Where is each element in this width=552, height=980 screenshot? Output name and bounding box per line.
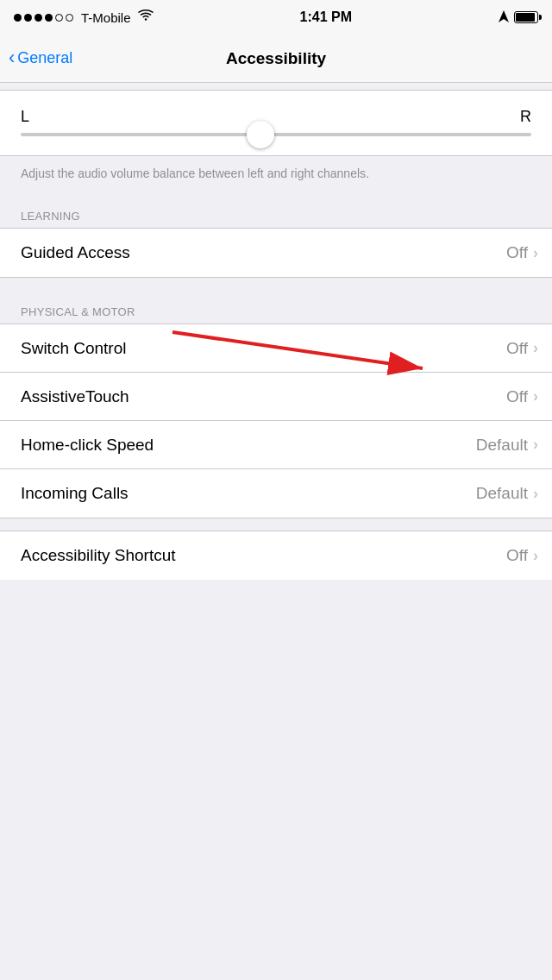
accessibility-shortcut-right: Off › bbox=[506, 546, 538, 565]
status-bar: T-Mobile 1:41 PM bbox=[0, 0, 552, 35]
list-item[interactable]: Home-click Speed Default › bbox=[0, 421, 552, 469]
balance-slider-track[interactable] bbox=[21, 133, 531, 136]
home-click-speed-label: Home-click Speed bbox=[21, 436, 154, 455]
bottom-area bbox=[0, 580, 552, 683]
chevron-right-icon: › bbox=[533, 547, 538, 565]
list-item[interactable]: Guided Access Off › bbox=[0, 229, 552, 277]
switch-control-label: Switch Control bbox=[21, 339, 127, 358]
svg-marker-0 bbox=[499, 10, 509, 22]
chevron-right-icon: › bbox=[533, 244, 538, 262]
home-click-speed-right: Default › bbox=[476, 436, 538, 455]
accessibility-shortcut-value: Off bbox=[506, 546, 528, 565]
chevron-right-icon: › bbox=[533, 387, 538, 405]
switch-control-value: Off bbox=[506, 339, 528, 358]
signal-strength bbox=[14, 14, 73, 22]
chevron-right-icon: › bbox=[533, 436, 538, 454]
wifi-icon bbox=[138, 9, 154, 25]
balance-slider-thumb[interactable] bbox=[247, 121, 274, 148]
list-item[interactable]: AssistiveTouch Off › bbox=[0, 373, 552, 421]
chevron-right-icon: › bbox=[533, 485, 538, 503]
back-button[interactable]: ‹ General bbox=[9, 47, 72, 69]
chevron-right-icon: › bbox=[533, 339, 538, 357]
content-area: L R Adjust the audio volume balance betw… bbox=[0, 83, 552, 683]
description-section: Adjust the audio volume balance between … bbox=[0, 156, 552, 194]
incoming-calls-right: Default › bbox=[476, 484, 538, 503]
home-click-speed-value: Default bbox=[476, 436, 528, 455]
signal-dot-4 bbox=[45, 14, 53, 22]
balance-section: L R bbox=[0, 90, 552, 156]
right-channel-label: R bbox=[520, 108, 531, 126]
section-gap-2 bbox=[0, 518, 552, 531]
status-left: T-Mobile bbox=[14, 9, 154, 25]
section-gap-1 bbox=[0, 278, 552, 290]
signal-dot-1 bbox=[14, 14, 22, 22]
signal-dot-3 bbox=[34, 14, 42, 22]
guided-access-label: Guided Access bbox=[21, 243, 130, 262]
navigation-bar: ‹ General Accessibility bbox=[0, 35, 552, 83]
assistive-touch-right: Off › bbox=[506, 387, 538, 406]
signal-dot-2 bbox=[24, 14, 32, 22]
assistive-touch-value: Off bbox=[506, 387, 528, 406]
incoming-calls-label: Incoming Calls bbox=[21, 484, 129, 503]
guided-access-value: Off bbox=[506, 243, 528, 262]
status-time: 1:41 PM bbox=[300, 9, 352, 25]
location-icon bbox=[499, 10, 509, 25]
back-chevron-icon: ‹ bbox=[9, 47, 15, 69]
page-title: Accessibility bbox=[226, 49, 326, 68]
guided-access-right: Off › bbox=[506, 243, 538, 262]
carrier-name: T-Mobile bbox=[81, 10, 131, 25]
accessibility-shortcut-label: Accessibility Shortcut bbox=[21, 546, 176, 565]
signal-dot-5 bbox=[55, 14, 63, 22]
arrow-overlay: Switch Control Off › AssistiveTouch Off … bbox=[0, 324, 552, 518]
back-button-label: General bbox=[17, 49, 72, 67]
battery-indicator bbox=[514, 11, 538, 23]
list-item[interactable]: Accessibility Shortcut Off › bbox=[0, 531, 552, 580]
balance-labels: L R bbox=[21, 108, 531, 126]
status-right bbox=[499, 10, 538, 25]
physical-motor-settings-group: Switch Control Off › AssistiveTouch Off … bbox=[0, 324, 552, 518]
switch-control-right: Off › bbox=[506, 339, 538, 358]
incoming-calls-value: Default bbox=[476, 484, 528, 503]
battery-fill bbox=[516, 13, 535, 22]
assistive-touch-label: AssistiveTouch bbox=[21, 387, 129, 406]
list-item[interactable]: Incoming Calls Default › bbox=[0, 469, 552, 518]
list-item[interactable]: Switch Control Off › bbox=[0, 324, 552, 373]
partial-section: Accessibility Shortcut Off › bbox=[0, 531, 552, 580]
signal-dot-6 bbox=[66, 14, 73, 22]
section-header-learning: LEARNING bbox=[0, 194, 552, 228]
section-header-physical-motor: PHYSICAL & MOTOR bbox=[0, 290, 552, 324]
left-channel-label: L bbox=[21, 108, 29, 126]
description-text: Adjust the audio volume balance between … bbox=[21, 165, 531, 182]
learning-settings-group: Guided Access Off › bbox=[0, 228, 552, 278]
